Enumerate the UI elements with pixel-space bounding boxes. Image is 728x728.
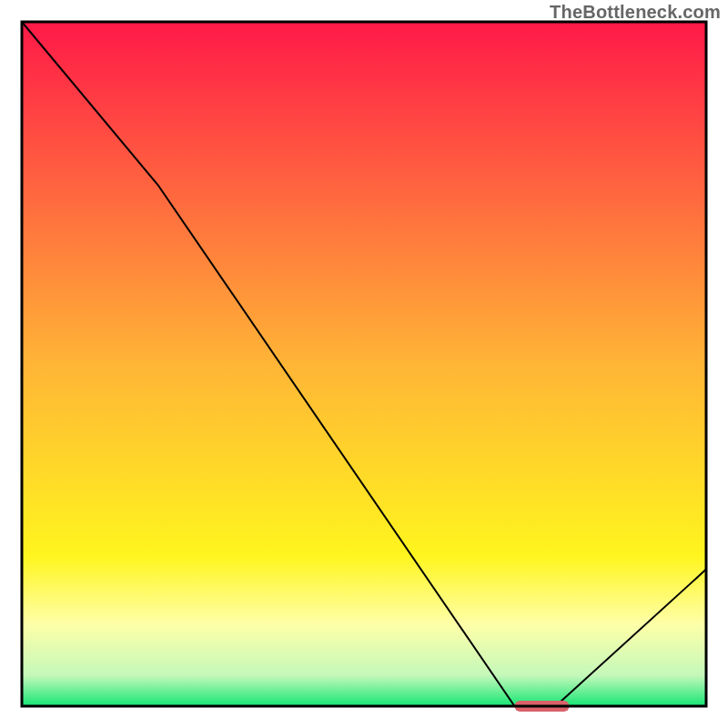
chart-svg: [0, 0, 728, 728]
plot-background: [22, 22, 706, 706]
watermark-text: TheBottleneck.com: [550, 2, 721, 23]
bottleneck-chart: TheBottleneck.com: [0, 0, 728, 728]
